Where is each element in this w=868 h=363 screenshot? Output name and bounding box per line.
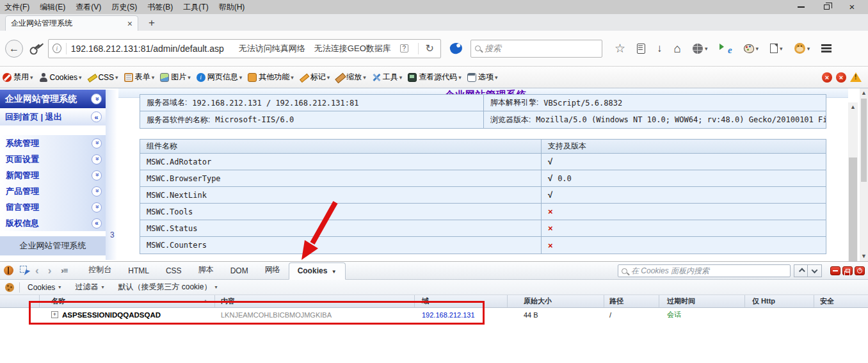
warning-icon[interactable] [850, 72, 862, 82]
blue-extension-icon[interactable] [449, 42, 463, 55]
menu-history[interactable]: 历史(S) [107, 1, 141, 14]
column-header-secure[interactable]: 安全 [814, 295, 868, 307]
bookmarks-list-button[interactable] [631, 39, 651, 58]
menu-help[interactable]: 帮助(H) [214, 1, 250, 14]
cookie-name-cell[interactable]: + ASPSESSIONIDQQADSQAD [40, 308, 215, 321]
sidebar-item-products[interactable]: 产品管理« [0, 183, 106, 199]
search-box[interactable] [470, 40, 602, 58]
filter-menu[interactable]: 过滤器▾ [75, 282, 104, 293]
expand-button[interactable]: « [92, 170, 102, 181]
downloads-button[interactable]: ↓ [651, 39, 668, 58]
webdev-cookies-menu[interactable]: Cookies▾ [39, 73, 82, 82]
restore-button[interactable] [822, 3, 831, 11]
column-header-name[interactable]: 名称 [40, 295, 215, 307]
scrollbar-thumb[interactable] [849, 157, 857, 261]
minimize-button[interactable] [796, 3, 805, 11]
devtools-tab-html[interactable]: HTML [120, 263, 157, 279]
browser-tab[interactable]: 企业网站管理系统 × [5, 15, 138, 31]
menu-tools[interactable]: 工具(T) [179, 1, 213, 14]
browser-scrollbar[interactable]: ▲ ▼ [860, 88, 868, 261]
back-button[interactable]: ← [5, 40, 23, 58]
webdev-images-menu[interactable]: 图片▾ [160, 72, 191, 83]
history-forward-icon[interactable]: › [45, 264, 55, 278]
sidebar-item-copyright[interactable]: 版权信息« [0, 215, 106, 231]
home-exit-links[interactable]: 回到首页 | 退出 [5, 111, 62, 123]
expand-button[interactable]: « [92, 186, 102, 197]
scroll-up-icon[interactable]: ▲ [848, 102, 858, 112]
menu-file[interactable]: 文件(F) [0, 1, 34, 14]
url-input[interactable] [71, 44, 239, 54]
menu-edit[interactable]: 编辑(E) [35, 1, 70, 14]
sidebar-item-news[interactable]: 新闻管理« [0, 167, 106, 183]
scroll-up-icon[interactable]: ▲ [860, 88, 868, 98]
webdev-pageinfo-menu[interactable]: 网页信息▾ [197, 72, 243, 83]
history-back-icon[interactable]: ‹ [32, 264, 42, 278]
command-line-icon[interactable]: ›≡ [57, 266, 71, 275]
cookie-row[interactable]: + ASPSESSIONIDQQADSQAD LKNJEAMCOHLBICBMO… [0, 308, 868, 321]
help-badge-icon[interactable]: ? [400, 44, 408, 52]
column-header-content[interactable]: 内容 [215, 295, 415, 307]
column-header-expires[interactable]: 过期时间 [659, 295, 745, 307]
devtools-tab-css[interactable]: CSS [157, 263, 190, 279]
inspect-element-icon[interactable] [20, 266, 29, 275]
search-input[interactable] [485, 44, 581, 53]
page-scrollbar[interactable]: ▲ [848, 102, 858, 261]
devtools-minimize-button[interactable] [830, 266, 840, 275]
key-icon[interactable] [26, 39, 44, 57]
webdev-misc-menu[interactable]: 其他功能▾ [248, 72, 294, 83]
devtools-tab-cookies[interactable]: Cookies ▼ [289, 262, 346, 280]
webdev-resize-menu[interactable]: 缩放▾ [335, 72, 366, 83]
expand-icon[interactable]: + [51, 311, 58, 318]
url-bar[interactable]: i 无法访问纯真网络 无法连接GEO数据库 ? ↻ [48, 39, 441, 58]
scroll-down-icon[interactable]: ▼ [860, 252, 868, 261]
devtools-tab-script[interactable]: 脚本 [190, 261, 222, 279]
error-close-icon[interactable]: × [836, 72, 846, 83]
devtools-tab-net[interactable]: 网络 [257, 261, 289, 279]
greasemonkey-button[interactable]: ▾ [789, 39, 816, 58]
webdev-options-menu[interactable]: 选项▾ [467, 72, 498, 83]
app-menu-button[interactable] [816, 39, 837, 58]
sidebar-item-pages[interactable]: 页面设置« [0, 151, 106, 167]
devtools-tab-console[interactable]: 控制台 [80, 261, 120, 279]
collapse-button[interactable]: « [91, 111, 102, 122]
sidebar-item-messages[interactable]: 留言管理« [0, 199, 106, 215]
webdev-css-menu[interactable]: CSS▾ [87, 73, 118, 82]
page-actions-button[interactable]: ▾ [764, 39, 789, 58]
firebug-icon[interactable] [4, 266, 13, 275]
expand-button[interactable]: « [92, 154, 102, 165]
ie-tab-button[interactable]: e [714, 39, 738, 58]
sidebar-home-exit[interactable]: 回到首页 | 退出 « [0, 108, 106, 125]
devtools-search-input[interactable] [631, 266, 778, 275]
devtools-popout-button[interactable] [842, 266, 853, 275]
webdev-disable-menu[interactable]: 禁用▾ [3, 72, 33, 83]
menu-view[interactable]: 查看(V) [71, 1, 106, 14]
column-header-httponly[interactable]: 仅 Http [745, 295, 814, 307]
devtools-tab-dom[interactable]: DOM [222, 263, 257, 279]
devtools-search-box[interactable] [618, 264, 791, 277]
search-prev-button[interactable] [794, 264, 808, 277]
collapse-all-button[interactable]: « [91, 93, 102, 104]
column-header-domain[interactable]: 域 [415, 295, 508, 307]
expand-button[interactable]: « [92, 202, 102, 213]
webdev-outline-menu[interactable]: 标记▾ [300, 72, 330, 83]
webdev-forms-menu[interactable]: 表单▾ [124, 72, 155, 83]
site-info-icon[interactable]: i [52, 44, 61, 53]
webdev-viewsource-menu[interactable]: 查看源代码▾ [408, 72, 462, 83]
home-button[interactable]: ⌂ [668, 39, 687, 58]
proxy-globe-button[interactable]: ▾ [687, 39, 714, 58]
cookies-menu[interactable]: Cookies▾ [28, 283, 61, 292]
tab-close-icon[interactable]: × [127, 19, 133, 29]
collapse-button[interactable]: « [92, 218, 102, 229]
cookie-domain-cell[interactable]: 192.168.212.131 [415, 308, 508, 321]
menu-bookmarks[interactable]: 书签(B) [143, 1, 177, 14]
column-header-size[interactable]: 原始大小 [508, 295, 604, 307]
theme-palette-button[interactable]: ▾ [738, 39, 765, 58]
scrollbar-thumb[interactable] [861, 99, 867, 182]
reload-icon[interactable]: ↻ [423, 42, 437, 54]
new-tab-button[interactable]: + [143, 17, 160, 29]
column-header-path[interactable]: 路径 [604, 295, 659, 307]
search-next-button[interactable] [808, 264, 822, 277]
expand-button[interactable]: « [92, 138, 102, 149]
bookmark-star-button[interactable]: ☆ [609, 39, 631, 58]
default-policy-menu[interactable]: 默认（接受第三方 cookie）▾ [118, 282, 217, 293]
